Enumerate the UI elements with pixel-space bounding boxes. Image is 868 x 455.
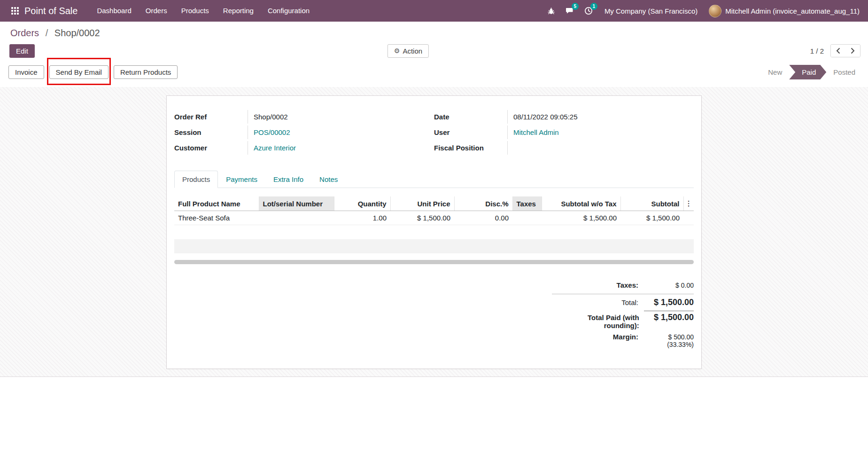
breadcrumb-orders-link[interactable]: Orders — [10, 28, 39, 38]
empty-row — [174, 225, 694, 239]
workflow-buttons: Invoice Send By Email Return Products — [8, 65, 178, 79]
top-navbar: Point of Sale Dashboard Orders Products … — [0, 0, 868, 22]
date-label: Date — [434, 110, 508, 124]
date-value: 08/11/2022 09:05:25 — [508, 110, 578, 124]
apps-grid-icon — [11, 7, 13, 9]
breadcrumb-separator: / — [46, 28, 48, 38]
status-new[interactable]: New — [762, 66, 788, 78]
activities-button[interactable]: 1 — [579, 0, 598, 22]
field-group-left: Order Ref Shop/0002 Session POS/00002 Cu… — [174, 110, 434, 157]
table-row[interactable]: Three-Seat Sofa 1.00 $ 1,500.00 0.00 $ 1… — [174, 211, 694, 225]
table-horizontal-scrollbar[interactable] — [174, 260, 694, 264]
fiscal-position-value — [508, 141, 527, 151]
field-date: Date 08/11/2022 09:05:25 — [434, 110, 675, 126]
customer-label: Customer — [174, 141, 248, 155]
messages-counter-badge: 5 — [572, 3, 579, 10]
chevron-left-icon — [836, 47, 840, 54]
company-switcher[interactable]: My Company (San Francisco) — [598, 7, 704, 15]
pager-buttons — [830, 44, 860, 57]
total-label: Total: — [621, 298, 638, 306]
cell-full-product-name: Three-Seat Sofa — [174, 211, 259, 225]
field-group-right: Date 08/11/2022 09:05:25 User Mitchell A… — [434, 110, 694, 157]
totals-separator — [552, 294, 694, 294]
tab-extra-info[interactable]: Extra Info — [265, 171, 311, 188]
statusbar-row: Invoice Send By Email Return Products Ne… — [0, 58, 868, 79]
edit-button[interactable]: Edit — [9, 44, 35, 58]
tab-notes[interactable]: Notes — [311, 171, 346, 188]
cell-subtotal-wo-tax: $ 1,500.00 — [542, 211, 620, 225]
pager-next-button[interactable] — [845, 45, 860, 57]
systray: 5 1 My Company (San Francisco) Mitchell … — [542, 0, 862, 22]
order-totals: Taxes: $ 0.00 Total: $ 1,500.00 Total Pa… — [552, 281, 694, 348]
col-subtotal-wo-tax[interactable]: Subtotal w/o Tax — [542, 196, 620, 211]
order-ref-label: Order Ref — [174, 110, 248, 124]
control-panel: Edit ⚙ Action 1 / 2 — [0, 39, 868, 58]
cell-subtotal: $ 1,500.00 — [620, 211, 683, 225]
col-subtotal[interactable]: Subtotal — [620, 196, 683, 211]
cell-disc: 0.00 — [454, 211, 512, 225]
invoice-button[interactable]: Invoice — [8, 65, 44, 79]
bug-icon — [547, 7, 555, 15]
avatar — [709, 5, 721, 17]
menu-products[interactable]: Products — [174, 0, 216, 22]
cell-unit-price: $ 1,500.00 — [390, 211, 454, 225]
activities-counter-badge: 1 — [590, 3, 597, 10]
total-paid-row: Total Paid (with rounding): $ 1,500.00 — [552, 311, 694, 329]
statusbar: New Paid Posted — [762, 65, 861, 79]
breadcrumb: Orders / Shop/0002 — [0, 22, 868, 39]
pager-previous-button[interactable] — [831, 45, 845, 57]
margin-row: Margin: $ 500.00 (33.33%) — [552, 333, 694, 348]
user-menu[interactable]: Mitchell Admin (invoice_automate_aug_11) — [704, 5, 862, 17]
breadcrumb-current: Shop/0002 — [54, 28, 100, 38]
pager: 1 / 2 — [810, 44, 860, 57]
form-view-content: Order Ref Shop/0002 Session POS/00002 Cu… — [0, 87, 868, 377]
col-taxes[interactable]: Taxes — [512, 196, 542, 211]
menu-dashboard[interactable]: Dashboard — [90, 0, 138, 22]
field-groups: Order Ref Shop/0002 Session POS/00002 Cu… — [174, 110, 694, 157]
col-full-product-name[interactable]: Full Product Name — [174, 196, 259, 211]
action-menu-label: Action — [403, 47, 422, 55]
cell-quantity: 1.00 — [334, 211, 390, 225]
customer-link[interactable]: Azure Interior — [248, 141, 296, 155]
menu-reporting[interactable]: Reporting — [216, 0, 261, 22]
taxes-total-label: Taxes: — [617, 281, 638, 289]
status-posted[interactable]: Posted — [827, 66, 861, 78]
apps-menu-button[interactable] — [7, 0, 23, 22]
field-customer: Customer Azure Interior — [174, 141, 415, 157]
notebook-tabs: Products Payments Extra Info Notes — [174, 171, 694, 188]
order-ref-value: Shop/0002 — [248, 110, 288, 124]
session-link[interactable]: POS/00002 — [248, 126, 290, 139]
field-session: Session POS/00002 — [174, 126, 415, 141]
margin-value: $ 500.00 (33.33%) — [643, 333, 694, 348]
total-paid-label: Total Paid (with rounding): — [552, 314, 639, 329]
tab-payments[interactable]: Payments — [218, 171, 265, 188]
taxes-total-value: $ 0.00 — [643, 282, 694, 289]
app-menu: Dashboard Orders Products Reporting Conf… — [90, 0, 317, 22]
tab-products[interactable]: Products — [174, 171, 218, 188]
debug-menu-button[interactable] — [542, 0, 560, 22]
status-paid: Paid — [789, 65, 826, 79]
messages-button[interactable]: 5 — [560, 0, 579, 22]
send-by-email-button[interactable]: Send By Email — [49, 65, 108, 79]
user-link[interactable]: Mitchell Admin — [508, 126, 559, 139]
total-paid-value: $ 1,500.00 — [644, 311, 694, 322]
fiscal-position-label: Fiscal Position — [434, 141, 508, 155]
send-by-email-highlight-wrap: Send By Email — [49, 65, 108, 79]
cell-taxes — [512, 211, 542, 225]
order-form-sheet: Order Ref Shop/0002 Session POS/00002 Cu… — [166, 95, 702, 369]
menu-configuration[interactable]: Configuration — [261, 0, 317, 22]
session-label: Session — [174, 126, 248, 139]
field-fiscal-position: Fiscal Position — [434, 141, 675, 157]
table-header-row: Full Product Name Lot/serial Number Quan… — [174, 196, 694, 211]
return-products-button[interactable]: Return Products — [114, 65, 178, 79]
user-label: User — [434, 126, 508, 139]
app-brand[interactable]: Point of Sale — [24, 6, 78, 16]
menu-orders[interactable]: Orders — [139, 0, 174, 22]
action-menu-button[interactable]: ⚙ Action — [388, 44, 429, 58]
col-quantity[interactable]: Quantity — [334, 196, 390, 211]
col-unit-price[interactable]: Unit Price — [390, 196, 454, 211]
optional-columns-toggle[interactable]: ⋮ — [683, 196, 694, 211]
col-disc[interactable]: Disc.% — [454, 196, 512, 211]
user-name: Mitchell Admin (invoice_automate_aug_11) — [725, 7, 860, 15]
col-lot-serial-number[interactable]: Lot/serial Number — [259, 196, 334, 211]
